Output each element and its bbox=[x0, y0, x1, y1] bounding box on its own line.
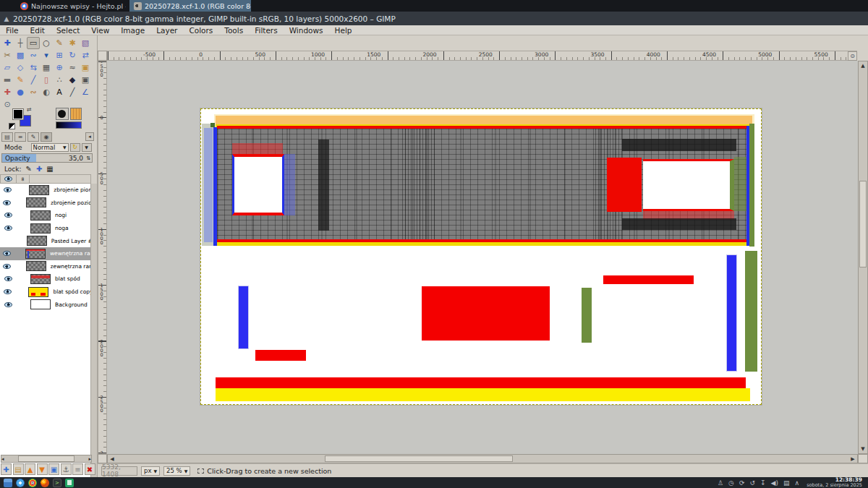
airbrush-tool-icon[interactable]: ∴ bbox=[53, 74, 66, 86]
layers-horizontal-scrollbar[interactable]: ◂ ▸ bbox=[1, 455, 92, 463]
volume-icon[interactable]: ◀) bbox=[771, 479, 778, 487]
menu-file[interactable]: File bbox=[0, 26, 25, 35]
sheets-icon[interactable] bbox=[65, 479, 74, 487]
fuzzy-select-tool-icon[interactable]: ✱ bbox=[66, 37, 79, 49]
tab-images[interactable]: ◉ bbox=[41, 132, 52, 142]
visibility-cell[interactable] bbox=[0, 251, 13, 256]
text-tool-icon[interactable]: A bbox=[53, 86, 66, 98]
visibility-cell[interactable] bbox=[0, 200, 14, 205]
ruler-corner-button[interactable] bbox=[98, 51, 107, 61]
visibility-cell[interactable] bbox=[0, 302, 16, 307]
anchor-layer-button[interactable]: ⚓ bbox=[61, 463, 72, 475]
lock-alpha-icon[interactable]: ▦ bbox=[46, 165, 53, 173]
gimp-titlebar[interactable]: ▲ 20250728.xcf-1.0 (RGB color 8-bit gamm… bbox=[0, 12, 868, 25]
eye-icon[interactable] bbox=[4, 187, 12, 192]
scrollbar-thumb[interactable] bbox=[18, 455, 75, 462]
layer-row[interactable]: zewnętrzna rama bbox=[0, 260, 90, 273]
eye-icon[interactable] bbox=[3, 264, 11, 269]
mode-extra-dropdown[interactable]: ▼ bbox=[82, 143, 92, 152]
canvas-viewport[interactable] bbox=[107, 61, 858, 454]
horizontal-ruler[interactable]: -500050010001500200025003000350040004500… bbox=[107, 51, 857, 61]
move-tool-icon[interactable]: ✚ bbox=[1, 37, 14, 49]
vertical-ruler[interactable]: -500050010001500200025003000 bbox=[98, 61, 107, 454]
brush-preview[interactable] bbox=[56, 108, 69, 120]
measure-tool-icon[interactable]: ∠ bbox=[79, 86, 92, 98]
menu-help[interactable]: Help bbox=[329, 26, 358, 35]
layers-vertical-scrollbar[interactable] bbox=[91, 184, 97, 488]
tab-brushes[interactable]: ✎ bbox=[27, 132, 39, 142]
layer-row[interactable]: wewnętrzna rama bbox=[0, 247, 90, 260]
foreground-color-swatch[interactable] bbox=[12, 108, 24, 120]
menu-layer[interactable]: Layer bbox=[150, 26, 183, 35]
bucket-fill-tool-icon[interactable]: ▣ bbox=[79, 61, 92, 74]
delete-layer-button[interactable]: ✖ bbox=[85, 463, 95, 475]
navigation-button[interactable] bbox=[858, 454, 868, 463]
dodge-burn-tool-icon[interactable]: ◐ bbox=[40, 86, 53, 98]
window-button-gimp[interactable]: 20250728.xcf-1.0 (RGB color 8-bit ga... bbox=[129, 0, 251, 12]
unified-transform-tool-icon[interactable]: ⊕ bbox=[53, 61, 66, 74]
opacity-slider[interactable]: Opacity 35,0 ⇅ bbox=[1, 153, 93, 163]
layer-row[interactable]: nogi bbox=[0, 209, 90, 222]
paintbrush-tool-icon[interactable]: ╱ bbox=[27, 74, 40, 86]
smudge-tool-icon[interactable]: ∾ bbox=[27, 86, 40, 98]
visibility-cell[interactable] bbox=[0, 264, 14, 269]
canvas-image[interactable] bbox=[200, 108, 762, 405]
menu-select[interactable]: Select bbox=[51, 26, 85, 35]
scroll-left-icon[interactable]: ◀ bbox=[108, 455, 116, 463]
opacity-spinner[interactable]: ⇅ bbox=[86, 155, 90, 161]
eraser-tool-icon[interactable]: ▯ bbox=[40, 74, 53, 86]
pattern-preview[interactable] bbox=[70, 108, 82, 120]
firefox-icon[interactable] bbox=[41, 479, 49, 487]
menu-image[interactable]: Image bbox=[115, 26, 150, 35]
layer-row[interactable]: blat spód bbox=[0, 273, 90, 286]
clock-tray-icon[interactable]: ◷ bbox=[728, 479, 734, 487]
layer-row[interactable]: zbrojenie pion bbox=[0, 184, 90, 197]
menu-edit[interactable]: Edit bbox=[25, 26, 51, 35]
tab-tool-options[interactable]: ▤ bbox=[1, 132, 13, 142]
menu-colors[interactable]: Colors bbox=[183, 26, 218, 35]
scrollbar-thumb[interactable] bbox=[859, 181, 867, 267]
duplicate-layer-button[interactable]: ▣ bbox=[48, 463, 59, 475]
visibility-cell[interactable] bbox=[0, 289, 15, 294]
browser-b-icon[interactable]: B bbox=[28, 479, 37, 487]
file-manager-icon[interactable] bbox=[4, 479, 12, 487]
visibility-cell[interactable] bbox=[0, 213, 16, 218]
ellipse-select-tool-icon[interactable]: ○ bbox=[40, 37, 53, 49]
ink-tool-icon[interactable]: ◆ bbox=[66, 74, 79, 86]
terminal-icon[interactable]: > bbox=[53, 479, 61, 487]
layer-row[interactable]: noga bbox=[0, 222, 90, 235]
eye-icon[interactable] bbox=[4, 226, 12, 231]
pencil-tool-icon[interactable]: ✎ bbox=[14, 74, 27, 86]
color-picker-tool-icon[interactable]: ▾ bbox=[40, 49, 53, 61]
menu-tools[interactable]: Tools bbox=[218, 26, 249, 35]
layer-row[interactable]: Pasted Layer #1 bbox=[0, 234, 90, 247]
lock-position-icon[interactable]: ✚ bbox=[36, 165, 42, 173]
visibility-cell[interactable] bbox=[0, 187, 15, 192]
warp-transform-tool-icon[interactable]: ≈ bbox=[66, 61, 79, 74]
canvas-vertical-scrollbar[interactable]: ▲ ▼ bbox=[858, 61, 868, 454]
scroll-down-icon[interactable]: ▼ bbox=[859, 445, 867, 453]
chromium-icon[interactable] bbox=[16, 479, 25, 487]
scroll-up-icon[interactable]: ▲ bbox=[859, 61, 867, 70]
free-select-tool-icon[interactable]: ✎ bbox=[53, 37, 66, 49]
menu-filters[interactable]: Filters bbox=[249, 26, 283, 35]
perspective-tool-icon[interactable]: ◇ bbox=[14, 61, 27, 74]
unit-dropdown[interactable]: px▼ bbox=[141, 466, 160, 476]
quickmask-button[interactable] bbox=[98, 454, 107, 463]
sync-icon[interactable]: ⟳ bbox=[739, 479, 745, 487]
menu-view[interactable]: View bbox=[85, 26, 115, 35]
eye-icon[interactable] bbox=[4, 213, 12, 218]
eye-icon[interactable] bbox=[3, 200, 11, 205]
input-indicator-icon[interactable]: ♙ bbox=[718, 479, 723, 487]
eye-icon[interactable] bbox=[4, 302, 12, 307]
foreground-select-tool-icon[interactable]: ▩ bbox=[14, 49, 27, 61]
rectangle-select-tool-icon[interactable]: ▭ bbox=[27, 37, 40, 49]
shear-tool-icon[interactable]: ▱ bbox=[1, 61, 14, 74]
tab-layers[interactable]: ≡ bbox=[14, 132, 26, 142]
scissors-select-tool-icon[interactable]: ✂ bbox=[1, 49, 14, 61]
new-group-button[interactable]: ▤ bbox=[13, 463, 24, 475]
heal-tool-icon[interactable]: ✚ bbox=[1, 86, 14, 98]
package-icon[interactable]: ▤ bbox=[783, 479, 790, 487]
visibility-cell[interactable] bbox=[0, 276, 16, 281]
eye-icon[interactable] bbox=[4, 289, 12, 294]
